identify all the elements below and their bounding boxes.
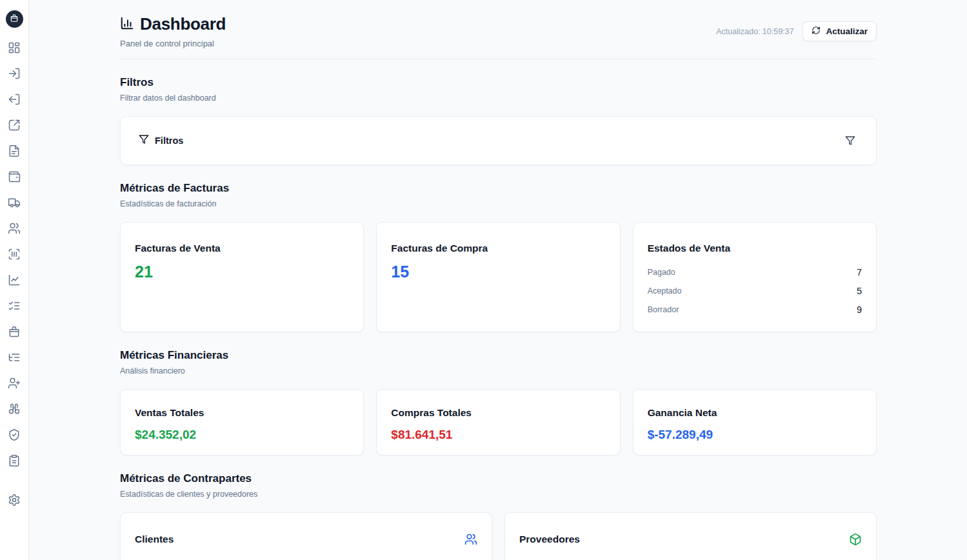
users-icon xyxy=(464,533,477,546)
refresh-icon xyxy=(812,26,821,37)
scan-barcode-icon[interactable] xyxy=(8,248,21,261)
filters-card-label: Filtros xyxy=(155,135,183,146)
card-title: Ventas Totales xyxy=(135,407,349,419)
binoculars-icon[interactable] xyxy=(8,403,21,415)
status-label: Aceptado xyxy=(648,286,682,295)
arrow-up-right-square-icon[interactable] xyxy=(8,119,21,132)
package-icon xyxy=(849,533,862,546)
status-label: Borrador xyxy=(648,305,679,314)
status-row-pagado: Pagado 7 xyxy=(648,263,862,281)
log-out-icon[interactable] xyxy=(8,93,21,106)
total-sales-card: Ventas Totales $24.352,02 xyxy=(120,389,364,455)
app-logo[interactable] xyxy=(6,10,23,28)
page-subtitle: Panel de control principal xyxy=(120,39,226,48)
status-value: 5 xyxy=(857,286,862,296)
funnel-icon xyxy=(845,135,855,146)
page-header: Dashboard Panel de control principal Act… xyxy=(120,0,877,59)
financial-metrics-subheading: Análisis financiero xyxy=(120,366,877,375)
filter-toggle-button[interactable] xyxy=(842,133,858,148)
funnel-icon xyxy=(139,134,149,147)
sales-invoices-card: Facturas de Venta 21 xyxy=(120,222,364,332)
sidebar-nav xyxy=(8,41,21,467)
status-row-borrador: Borrador 9 xyxy=(648,300,862,319)
counterparty-metrics-heading: Métricas de Contrapartes xyxy=(120,472,877,485)
clipboard-list-icon[interactable] xyxy=(8,454,21,467)
main-content: Dashboard Panel de control principal Act… xyxy=(29,0,967,560)
page-title: Dashboard xyxy=(140,14,226,34)
list-tree-icon[interactable] xyxy=(8,351,21,364)
status-value: 9 xyxy=(857,305,862,315)
shopping-bag-icon[interactable] xyxy=(8,325,21,338)
shopping-bag-icon xyxy=(10,14,19,25)
user-plus-icon[interactable] xyxy=(8,377,21,390)
refresh-button-label: Actualizar xyxy=(826,26,868,36)
status-label: Pagado xyxy=(648,268,675,277)
total-purchases-card: Compras Totales $81.641,51 xyxy=(376,389,620,455)
refresh-button[interactable]: Actualizar xyxy=(803,21,877,41)
shield-check-icon[interactable] xyxy=(8,428,21,441)
card-title: Estados de Venta xyxy=(648,243,862,254)
total-sales-value: $24.352,02 xyxy=(135,428,349,442)
wallet-icon[interactable] xyxy=(8,170,21,183)
sidebar xyxy=(0,0,29,560)
card-title: Compras Totales xyxy=(391,407,605,419)
suppliers-card: Proveedores 10 Top Productos Cable USB 3… xyxy=(504,512,877,560)
sales-invoices-count: 21 xyxy=(135,263,349,281)
status-row-aceptado: Aceptado 5 xyxy=(648,281,862,300)
financial-metrics-section: Métricas Financieras Análisis financiero… xyxy=(120,349,877,455)
purchase-invoices-card: Facturas de Compra 15 xyxy=(376,222,620,332)
counterparty-metrics-subheading: Estadísticas de clientes y proveedores xyxy=(120,490,877,499)
chart-line-icon[interactable] xyxy=(8,274,21,286)
total-purchases-value: $81.641,51 xyxy=(391,428,605,442)
filters-heading: Filtros xyxy=(120,76,877,89)
chart-column-icon xyxy=(120,16,134,33)
file-text-icon[interactable] xyxy=(8,145,21,157)
invoice-metrics-heading: Métricas de Facturas xyxy=(120,182,877,195)
card-title: Facturas de Compra xyxy=(391,243,605,254)
card-title: Facturas de Venta xyxy=(135,243,349,254)
settings-icon[interactable] xyxy=(8,494,21,506)
net-profit-value: $-57.289,49 xyxy=(648,428,862,442)
purchase-invoices-count: 15 xyxy=(391,263,605,281)
truck-icon[interactable] xyxy=(8,196,21,209)
log-in-icon[interactable] xyxy=(8,67,21,80)
invoice-metrics-subheading: Estadísticas de facturación xyxy=(120,199,877,208)
clients-card: Clientes 10 Top Clientes xyxy=(120,512,492,560)
status-value: 7 xyxy=(857,267,862,277)
card-title: Proveedores xyxy=(519,534,580,545)
updated-timestamp: Actualizado: 10:59:37 xyxy=(716,27,793,36)
layout-dashboard-icon[interactable] xyxy=(8,41,21,54)
card-title: Clientes xyxy=(135,534,174,545)
sales-status-card: Estados de Venta Pagado 7 Aceptado 5 Bor… xyxy=(633,222,877,332)
counterparty-metrics-section: Métricas de Contrapartes Estadísticas de… xyxy=(120,472,877,560)
users-icon[interactable] xyxy=(8,222,21,235)
financial-metrics-heading: Métricas Financieras xyxy=(120,349,877,362)
filters-subheading: Filtrar datos del dashboard xyxy=(120,94,877,103)
filters-card: Filtros xyxy=(120,116,877,165)
invoice-metrics-section: Métricas de Facturas Estadísticas de fac… xyxy=(120,182,877,332)
net-profit-card: Ganancia Neta $-57.289,49 xyxy=(633,389,877,455)
card-title: Ganancia Neta xyxy=(648,407,862,419)
list-checks-icon[interactable] xyxy=(8,299,21,312)
filters-section: Filtros Filtrar datos del dashboard Filt… xyxy=(120,76,877,165)
